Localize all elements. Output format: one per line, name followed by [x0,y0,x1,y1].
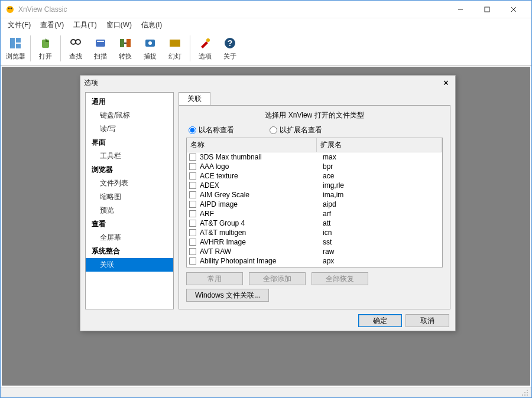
radio-by-name-input[interactable] [189,126,196,134]
capture-icon [143,36,157,50]
add-all-button[interactable]: 全部添加 [249,272,306,285]
ok-button[interactable]: 确定 [358,314,402,327]
app-icon [5,5,15,14]
tree-item-toolbar[interactable]: 工具栏 [86,149,173,163]
list-item[interactable]: ADEXimg,rle [187,181,442,190]
toolbar-browser[interactable]: 浏览器 [3,32,28,64]
tree-category-general[interactable]: 通用 [86,95,173,109]
tree-item-fullscreen[interactable]: 全屏幕 [86,231,173,244]
menu-info[interactable]: 信息(I) [137,19,167,31]
tree-category-system-integration[interactable]: 系统整合 [86,244,173,258]
toolbar-capture[interactable]: 捕捉 [138,32,163,64]
toolbar-label: 浏览器 [6,52,25,61]
tree-category-interface[interactable]: 界面 [86,136,173,149]
svg-rect-17 [126,39,131,47]
svg-rect-20 [170,40,173,47]
item-name: AAA logo [200,162,323,171]
item-ext: sst [323,238,440,246]
item-ext: ace [323,172,440,180]
options-tree[interactable]: 通用 键盘/鼠标 读/写 界面 工具栏 浏览器 文件列表 缩略图 预览 查看 全… [85,92,174,309]
list-item[interactable]: AAA logobpr [187,162,442,171]
toolbar-open[interactable]: 打开 [33,32,58,64]
radio-by-ext-input[interactable] [270,126,277,134]
list-header: 名称 扩展名 [187,138,442,152]
svg-point-23 [206,38,210,42]
radio-by-ext[interactable]: 以扩展名查看 [270,125,322,135]
svg-point-0 [7,6,14,13]
maximize-button[interactable] [473,1,500,18]
tree-item-preview[interactable]: 预览 [86,204,173,217]
dialog-close-button[interactable]: ✕ [440,77,452,88]
svg-rect-30 [524,392,525,393]
list-item[interactable]: AVHRR Imagesst [187,237,442,247]
svg-rect-16 [120,39,124,47]
tree-item-file-list[interactable]: 文件列表 [86,177,173,190]
toolbar-about[interactable]: ? 关于 [218,32,242,64]
list-item[interactable]: ACE textureace [187,171,442,181]
list-rows[interactable]: 3DS Max thumbnailmaxAAA logobprACE textu… [187,152,442,267]
toolbar-scan[interactable]: 扫描 [88,32,113,64]
minimize-button[interactable] [447,1,473,18]
convert-icon [118,36,132,50]
list-item[interactable]: AT&T Group 4att [187,218,442,228]
list-item[interactable]: AIPD imageaipd [187,200,442,209]
scan-icon [93,36,108,50]
tree-category-browser[interactable]: 浏览器 [86,163,173,177]
checkbox[interactable] [189,172,196,180]
item-ext: aipd [323,200,440,208]
common-button[interactable]: 常用 [186,272,243,285]
tree-item-keyboard-mouse[interactable]: 键盘/鼠标 [86,109,173,122]
item-name: AVHRR Image [200,238,323,246]
checkbox[interactable] [189,239,196,246]
toolbar-slideshow[interactable]: 幻灯 [163,32,187,64]
item-ext: bpr [323,162,440,171]
item-name: AT&T Group 4 [200,219,323,227]
list-item[interactable]: AIM Grey Scaleima,im [187,190,442,200]
list-item[interactable]: AVT RAWraw [187,247,442,256]
checkbox[interactable] [189,257,196,265]
column-ext[interactable]: 扩展名 [317,138,442,152]
checkbox[interactable] [189,220,196,227]
checkbox[interactable] [189,182,196,189]
item-name: AIM Grey Scale [200,191,323,199]
tab-associations[interactable]: 关联 [179,92,210,105]
list-item[interactable]: ARFarf [187,209,442,218]
checkbox[interactable] [189,210,196,217]
checkbox[interactable] [189,191,196,198]
list-item[interactable]: 3DS Max thumbnailmax [187,152,442,162]
dialog-title: 选项 [84,78,440,88]
tree-item-associations[interactable]: 关联 [86,258,173,272]
tree-item-thumbnails[interactable]: 缩略图 [86,190,173,204]
menu-window[interactable]: 窗口(W) [102,19,137,31]
menu-file[interactable]: 文件(F) [3,19,35,31]
toolbar-find[interactable]: 查找 [63,32,88,64]
tab-strip: 关联 [179,92,450,105]
column-name[interactable]: 名称 [187,138,317,152]
item-ext: icn [323,229,440,237]
radio-by-name[interactable]: 以名称查看 [189,125,234,135]
view-mode-radios: 以名称查看 以扩展名查看 [186,125,443,135]
svg-rect-28 [527,392,528,393]
dialog-title-bar[interactable]: 选项 ✕ [80,76,455,90]
menu-tools[interactable]: 工具(T) [69,19,101,31]
restore-all-button[interactable]: 全部恢复 [312,272,368,285]
checkbox[interactable] [189,201,196,208]
status-bar [1,387,531,397]
item-name: ADEX [200,181,323,190]
menu-view[interactable]: 查看(V) [35,19,69,31]
cancel-button[interactable]: 取消 [406,314,449,327]
close-button[interactable] [500,1,527,18]
file-type-list[interactable]: 名称 扩展名 3DS Max thumbnailmaxAAA logobprAC… [186,138,443,267]
toolbar-convert[interactable]: 转换 [113,32,138,64]
checkbox[interactable] [189,229,196,236]
tree-item-read-write[interactable]: 读/写 [86,122,173,136]
list-item[interactable]: AT&T multigenicn [187,228,442,237]
resize-grip-icon[interactable] [521,389,529,397]
checkbox[interactable] [189,154,196,161]
toolbar-options[interactable]: 选项 [193,32,218,64]
windows-assoc-button[interactable]: Windows 文件关联... [186,289,269,302]
tree-category-view[interactable]: 查看 [86,217,173,231]
checkbox[interactable] [189,163,196,170]
checkbox[interactable] [189,248,196,255]
list-item[interactable]: Ability Photopaint Imageapx [187,256,442,266]
